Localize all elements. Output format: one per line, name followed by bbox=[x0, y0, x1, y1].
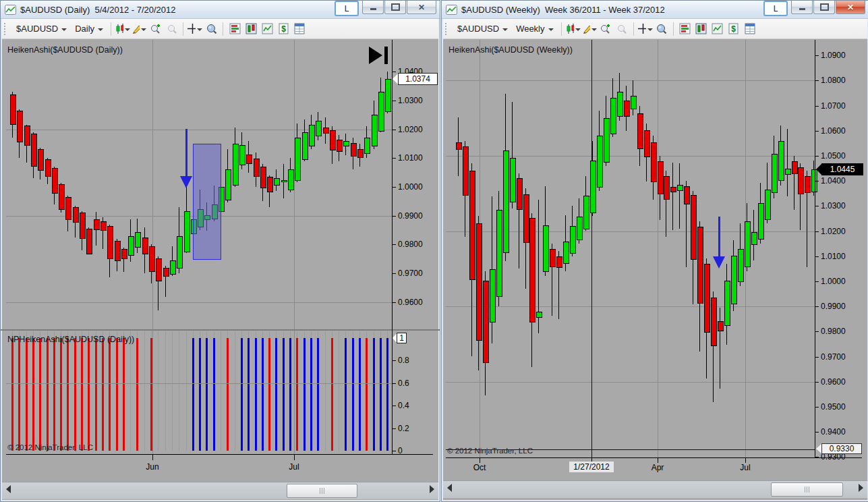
panel-splitter[interactable] bbox=[1, 329, 440, 331]
candle-up bbox=[758, 203, 764, 240]
indicator-slot-line bbox=[186, 331, 187, 451]
indicator-slot-line bbox=[165, 331, 166, 451]
indicator-bar-up bbox=[283, 338, 285, 451]
highlight-region-box[interactable] bbox=[193, 144, 221, 260]
candle-wick bbox=[679, 163, 680, 229]
indicator-bar-down bbox=[150, 338, 152, 451]
indicator-tick-label: 0.8 bbox=[398, 356, 409, 365]
indicator-bar-down bbox=[296, 338, 298, 451]
indicator-slot-line bbox=[221, 331, 221, 451]
indicator-bar-up bbox=[192, 338, 194, 451]
candle-down bbox=[337, 140, 343, 152]
price-tick bbox=[815, 281, 819, 282]
down-arrow-annotation-shaft[interactable] bbox=[185, 129, 187, 176]
indicator-value: 1 bbox=[397, 333, 407, 343]
candle-down bbox=[644, 130, 650, 157]
candle-down bbox=[267, 177, 273, 192]
indicator-tick-label: 0 bbox=[398, 446, 403, 455]
candle-up bbox=[364, 138, 370, 154]
candle-up bbox=[239, 145, 245, 165]
chart-area-weekly[interactable]: 1.09001.08001.07001.06001.05001.04001.03… bbox=[442, 1, 868, 501]
candle-up bbox=[583, 196, 589, 229]
indicator-bar-up bbox=[199, 338, 201, 451]
candle-up bbox=[536, 312, 542, 318]
price-tick-label: 1.0600 bbox=[821, 126, 846, 136]
candle-wick bbox=[787, 129, 788, 196]
candle-up bbox=[731, 256, 737, 304]
down-arrow-annotation-head[interactable] bbox=[713, 256, 725, 269]
price-tick bbox=[392, 244, 396, 245]
candle-down bbox=[463, 146, 469, 196]
candle-down bbox=[149, 246, 155, 272]
candle-up bbox=[385, 79, 391, 112]
chart-area-daily[interactable]: 1.04001.03001.02001.01001.00000.99000.98… bbox=[1, 1, 440, 501]
indicator-bar-down bbox=[26, 338, 28, 451]
candle-up bbox=[745, 221, 751, 267]
indicator-bar-down bbox=[53, 338, 55, 451]
scrollbar-thumb[interactable] bbox=[771, 482, 843, 497]
scroll-right-icon[interactable] bbox=[859, 484, 863, 492]
candle-down bbox=[664, 176, 670, 200]
candle-up bbox=[225, 169, 231, 200]
time-tick bbox=[152, 454, 153, 460]
candle-down bbox=[86, 229, 92, 254]
price-tick bbox=[815, 382, 819, 383]
down-arrow-annotation-shaft[interactable] bbox=[718, 217, 720, 256]
time-axis-line bbox=[6, 454, 433, 455]
price-tick bbox=[815, 407, 819, 408]
price-tick bbox=[815, 131, 819, 132]
horizontal-scrollbar[interactable] bbox=[2, 482, 438, 499]
indicator-slot-line bbox=[235, 331, 235, 451]
hline-price-value: 0.9330 bbox=[821, 443, 862, 454]
indicator-bar-up bbox=[386, 338, 388, 451]
window-daily-chart: $AUDUSD (Daily) 5/4/2012 - 7/20/2012 L ✕… bbox=[0, 0, 440, 502]
candle-down bbox=[476, 223, 482, 341]
scrollbar-thumb[interactable] bbox=[287, 484, 357, 498]
candle-down bbox=[142, 238, 148, 254]
candle-down bbox=[697, 227, 703, 304]
candle-down bbox=[456, 142, 462, 150]
down-arrow-annotation-head[interactable] bbox=[180, 176, 192, 188]
price-tick bbox=[815, 432, 819, 433]
candle-down bbox=[658, 161, 664, 194]
indicator-slot-line bbox=[130, 331, 131, 451]
candle-down bbox=[163, 268, 169, 276]
indicator-bar-down bbox=[227, 338, 229, 451]
scroll-left-icon[interactable] bbox=[6, 485, 11, 493]
price-tick bbox=[392, 101, 396, 101]
price-tick-label: 1.0000 bbox=[398, 182, 423, 192]
candle-down bbox=[523, 194, 529, 243]
vertical-line-annotation[interactable] bbox=[591, 40, 592, 457]
candle-up bbox=[738, 249, 744, 282]
desktop: $AUDUSD (Daily) 5/4/2012 - 7/20/2012 L ✕… bbox=[0, 0, 868, 502]
indicator-bar-up bbox=[262, 338, 264, 451]
price-tick-label: 0.9900 bbox=[821, 302, 846, 311]
candle-down bbox=[529, 218, 536, 323]
price-tick-label: 0.9800 bbox=[398, 240, 423, 249]
price-tick-label: 1.0300 bbox=[398, 96, 423, 105]
time-tick-label: Jul bbox=[285, 462, 303, 472]
candle-up bbox=[724, 281, 730, 326]
indicator-bar-up bbox=[345, 338, 347, 451]
last-price-value: 1.0445 bbox=[821, 163, 863, 175]
candle-down bbox=[59, 184, 65, 210]
indicator-bar-up bbox=[359, 338, 361, 451]
candle-wick bbox=[720, 308, 720, 389]
indicator-tick bbox=[392, 428, 396, 429]
price-tick-label: 1.0400 bbox=[821, 176, 846, 186]
price-tick bbox=[815, 156, 819, 157]
candle-wick bbox=[672, 163, 673, 230]
indicator-bar-down bbox=[116, 338, 118, 451]
time-tick-label: Oct bbox=[470, 463, 489, 472]
price-tick-label: 0.9800 bbox=[821, 327, 846, 336]
scroll-left-icon[interactable] bbox=[447, 484, 452, 492]
indicator-tick-label: 0.6 bbox=[398, 379, 409, 388]
price-tick-label: 1.0200 bbox=[398, 125, 423, 134]
candle-up bbox=[274, 178, 280, 186]
price-axis-line bbox=[392, 40, 393, 454]
candle-up bbox=[785, 169, 791, 175]
indicator-bar-down bbox=[136, 338, 138, 451]
scroll-right-icon[interactable] bbox=[430, 485, 434, 493]
horizontal-scrollbar[interactable] bbox=[443, 480, 867, 498]
indicator-bar-up bbox=[206, 338, 208, 451]
